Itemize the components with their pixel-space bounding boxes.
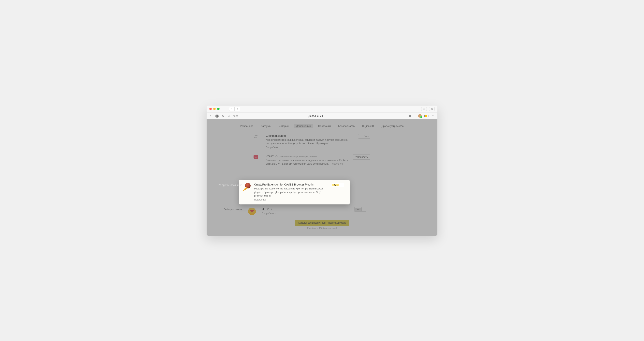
- reload-icon: [222, 114, 224, 117]
- tabs-button[interactable]: [429, 107, 435, 111]
- window-titlebar: [206, 106, 438, 113]
- tab-downloads[interactable]: Загрузки: [259, 124, 273, 128]
- tab-addons[interactable]: Дополнения: [294, 124, 313, 128]
- nav-back-button[interactable]: [229, 107, 234, 111]
- tab-security[interactable]: Безопасность: [336, 124, 356, 128]
- tab-settings[interactable]: Настройки: [316, 124, 333, 128]
- extension-row-yamail: Веб-приложения Я.Почта Подробнее ⌄ Вкл.: [206, 204, 438, 218]
- tab-other-devices[interactable]: Другие устройства: [380, 124, 406, 128]
- sync-desc: Хранит и надёжно защищает ваши закладки,…: [266, 138, 349, 145]
- reload-button[interactable]: [222, 114, 225, 118]
- sync-more-link[interactable]: Подробнее: [266, 146, 278, 149]
- yamail-toggle[interactable]: Вкл.: [354, 207, 366, 212]
- crypto-desc: Расширение позволяет использовать Крипто…: [254, 187, 329, 198]
- catalog-subtitle: Ещё более 1500 расширений: [206, 227, 438, 229]
- section-other-sources-label-visible: Из других источников: [210, 184, 242, 186]
- pocket-title: Pocket: [266, 154, 274, 158]
- chevron-right-icon: [236, 108, 238, 110]
- pocket-install-button[interactable]: Установить: [353, 154, 370, 160]
- tab-yandex-id[interactable]: Яндекс ID: [360, 124, 376, 128]
- pocket-more-link[interactable]: Подробнее: [331, 162, 343, 165]
- catalog-button[interactable]: Каталог расширений для Яндекс.Браузера: [295, 220, 349, 226]
- browser-window: Я tune Дополнения | Избранное Загрузки И…: [206, 106, 438, 236]
- yamail-icon: [248, 208, 256, 215]
- crypto-toggle[interactable]: Вкл.: [332, 183, 344, 187]
- crypto-more-link[interactable]: Подробнее ⌄: [254, 198, 269, 201]
- svg-rect-1: [431, 108, 433, 109]
- yamail-title: Я.Почта: [262, 207, 272, 210]
- nav-forward-button[interactable]: [234, 107, 240, 111]
- profile-avatar[interactable]: [418, 114, 422, 118]
- nav-back-arrow[interactable]: [209, 114, 212, 118]
- pocket-icon: [254, 155, 258, 159]
- downloads-button[interactable]: [432, 114, 435, 118]
- extension-row-crypto-highlighted: CryptoPro Extension for CAdES Browser Pl…: [239, 180, 350, 204]
- window-minimize-button[interactable]: [213, 108, 216, 110]
- chevron-down-icon: ⌄: [267, 199, 269, 201]
- arrow-left-icon: [210, 114, 212, 117]
- tabs-icon: [431, 108, 433, 110]
- bookmark-icon: [409, 114, 412, 117]
- crypto-title: CryptoPro Extension for CAdES Browser Pl…: [254, 183, 314, 186]
- settings-tabs: Избранное Загрузки История Дополнения На…: [206, 120, 438, 132]
- window-maximize-button[interactable]: [217, 108, 220, 110]
- yamail-more-link[interactable]: Подробнее ⌄: [262, 212, 276, 215]
- svg-rect-0: [431, 108, 432, 110]
- yandex-logo-icon[interactable]: Я: [215, 114, 219, 118]
- sync-title: Синхронизация: [266, 134, 286, 137]
- traffic-lights: [209, 108, 220, 110]
- battery-icon: [424, 115, 429, 117]
- extension-row-sync: Синхронизация Хранит и надёжно защищает …: [206, 132, 438, 152]
- share-icon: [423, 108, 425, 110]
- address-bar: Я tune Дополнения |: [206, 113, 438, 120]
- page-content: Избранное Загрузки История Дополнения На…: [206, 120, 438, 236]
- section-webapps-label: Веб-приложения: [210, 207, 242, 211]
- nav-button-group: [229, 107, 240, 111]
- sync-icon: [254, 134, 258, 138]
- bookmark-button[interactable]: [408, 114, 412, 118]
- pocket-subtitle: Сохранение и синхронизация данных: [276, 155, 317, 158]
- extension-row-pocket: Pocket Сохранение и синхронизация данных…: [206, 152, 438, 168]
- tab-favorites[interactable]: Избранное: [238, 124, 255, 128]
- window-close-button[interactable]: [209, 108, 212, 110]
- share-button[interactable]: [421, 107, 427, 111]
- page-title: Дополнения: [225, 114, 406, 118]
- tab-history[interactable]: История: [276, 124, 290, 128]
- chevron-down-icon: ⌄: [275, 212, 276, 214]
- download-icon: [432, 114, 434, 117]
- sync-toggle[interactable]: Выкл.: [358, 134, 370, 138]
- crypto-icon: [243, 183, 251, 191]
- chevron-left-icon: [231, 108, 232, 110]
